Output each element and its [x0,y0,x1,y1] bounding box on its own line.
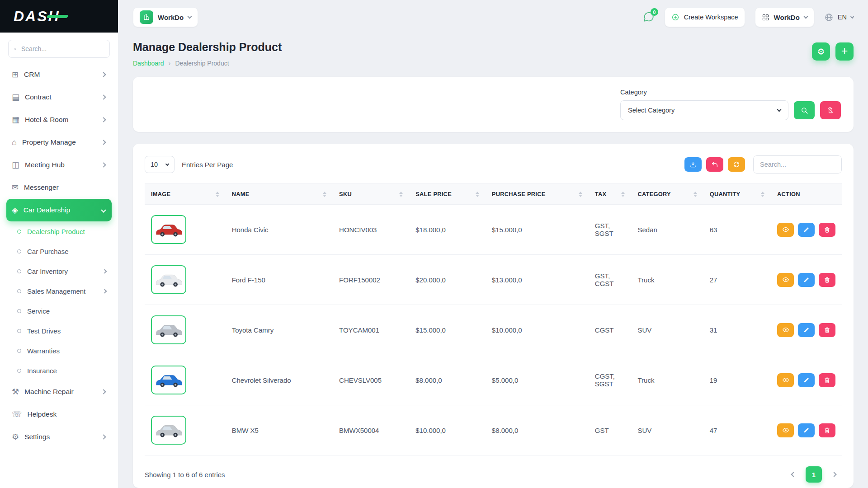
sidebar-item-meeting-hub[interactable]: ◫ Meeting Hub [6,154,112,176]
column-header-label: NAME [232,191,250,197]
view-button[interactable] [777,273,794,287]
sidebar-item-property-manage[interactable]: ⌂ Property Manage [6,131,112,154]
breadcrumb: Dashboard › Dealership Product [133,59,282,67]
grid-icon [762,14,769,21]
sort-icon[interactable] [693,192,697,197]
workspace-selector[interactable]: WorkDo [133,7,198,27]
chevron-right-icon [103,269,107,273]
column-header-tax[interactable]: TAX [589,184,632,205]
delete-button[interactable] [819,323,835,337]
column-header-sku[interactable]: SKU [333,184,409,205]
eye-icon [782,226,789,233]
column-header-purchase-price[interactable]: PURCHASE PRICE [486,184,589,205]
page-head-left: Manage Dealership Product Dashboard › De… [133,41,282,67]
delete-button[interactable] [819,373,835,387]
pagination-page-1[interactable]: 1 [806,466,822,483]
category-select[interactable]: Select Category [620,100,788,120]
column-header-action[interactable]: ACTION [771,184,842,205]
delete-button[interactable] [819,423,835,437]
sidebar-subitem-car-inventory[interactable]: Car Inventory [6,261,112,281]
undo-button[interactable] [706,157,723,172]
app-logo[interactable]: DASH [0,0,118,33]
delete-button[interactable] [819,223,835,237]
export-button[interactable] [684,157,702,172]
edit-button[interactable] [798,223,815,237]
sort-icon[interactable] [476,192,479,197]
sort-icon[interactable] [216,192,219,197]
sort-icon[interactable] [761,192,764,197]
product-image-honda-civic[interactable] [151,215,186,244]
car-image-icon [154,321,184,338]
delete-button[interactable] [819,273,835,287]
table-search-input[interactable] [753,155,842,174]
sidebar-item-messenger[interactable]: ✉ Messenger [6,176,112,199]
sidebar-subitem-label: Car Inventory [27,267,97,275]
sort-icon[interactable] [323,192,326,197]
product-image-ford-f-150[interactable] [151,265,186,294]
product-image-chevrolet-silverado[interactable] [151,366,186,394]
edit-button[interactable] [798,323,815,337]
edit-button[interactable] [798,273,815,287]
sidebar-subitem-car-purchase[interactable]: Car Purchase [6,241,112,261]
plus-icon: + [841,45,848,56]
column-header-name[interactable]: NAME [226,184,333,205]
sidebar-subitem-dealership-product[interactable]: Dealership Product [6,221,112,241]
sidebar-search-input[interactable] [20,45,104,53]
sort-icon[interactable] [621,192,625,197]
sidebar-subitem-test-drives[interactable]: Test Drives [6,321,112,341]
entries-per-page-select[interactable]: 10 [145,156,175,173]
apps-menu-button[interactable]: WorkDo [755,7,814,27]
sidebar-subitem-sales-management[interactable]: Sales Management [6,281,112,301]
sort-icon[interactable] [579,192,582,197]
sidebar-item-machine-repair[interactable]: ⚒ Machine Repair [6,380,112,403]
sidebar-item-crm[interactable]: ⊞ CRM [6,63,112,86]
refresh-button[interactable] [728,157,745,172]
create-workspace-button[interactable]: Create Workspace [665,7,745,27]
trash-icon [824,377,830,384]
sort-icon[interactable] [399,192,403,197]
sidebar-item-helpdesk[interactable]: ☏ Helpdesk [6,403,112,426]
add-product-button[interactable]: + [835,42,854,61]
sidebar-subitem-warranties[interactable]: Warranties [6,341,112,361]
reset-filter-button[interactable] [820,101,841,119]
column-header-label: QUANTITY [710,191,741,197]
column-header-quantity[interactable]: QUANTITY [703,184,771,205]
pagination-prev-button[interactable] [786,467,801,482]
view-button[interactable] [777,323,794,337]
product-image-toyota-camry[interactable] [151,315,186,344]
messages-button[interactable]: 0 [643,11,655,23]
sidebar-subitem-insurance[interactable]: Insurance [6,361,112,380]
sidebar-subitem-service[interactable]: Service [6,301,112,321]
view-button[interactable] [777,423,794,437]
quantity: 31 [703,305,771,355]
app-root: DASH ⊞ CRM ▤ Contract ▦ Hotel & Room ⌂ P… [0,0,868,488]
sidebar-item-hotel-room[interactable]: ▦ Hotel & Room [6,108,112,131]
sidebar-item-settings[interactable]: ⚙ Settings [6,426,112,448]
sidebar-subitem-label: Test Drives [27,327,97,335]
pagination-next-button[interactable] [826,467,842,482]
apply-filter-button[interactable] [794,101,815,119]
edit-button[interactable] [798,423,815,437]
sidebar-subitem-label: Car Purchase [27,248,97,255]
table-row: Toyota Camry TOYCAM001 $15.000,0 $10.000… [145,305,842,355]
view-button[interactable] [777,373,794,387]
row-actions [777,323,835,337]
column-header-sale-price[interactable]: SALE PRICE [409,184,486,205]
breadcrumb-dashboard-link[interactable]: Dashboard [133,60,164,67]
tax: GST, CGST [589,255,632,305]
column-header-category[interactable]: CATEGORY [631,184,703,205]
category: Truck [631,355,703,405]
settings-button[interactable]: ⚙ [812,42,830,61]
column-header-image[interactable]: IMAGE [145,184,226,205]
sidebar-item-label: Helpdesk [28,410,96,418]
apps-menu-label: WorkDo [774,14,800,21]
sidebar-item-car-dealership[interactable]: ◈ Car Dealership [6,199,112,221]
sidebar-item-contract[interactable]: ▤ Contract [6,86,112,108]
sidebar-search [8,40,110,58]
product-image-bmw-x5[interactable] [151,416,186,445]
bullet-icon [17,269,21,273]
view-button[interactable] [777,223,794,237]
helpdesk-icon: ☏ [12,409,22,419]
edit-button[interactable] [798,373,815,387]
language-selector[interactable]: EN [824,13,854,22]
